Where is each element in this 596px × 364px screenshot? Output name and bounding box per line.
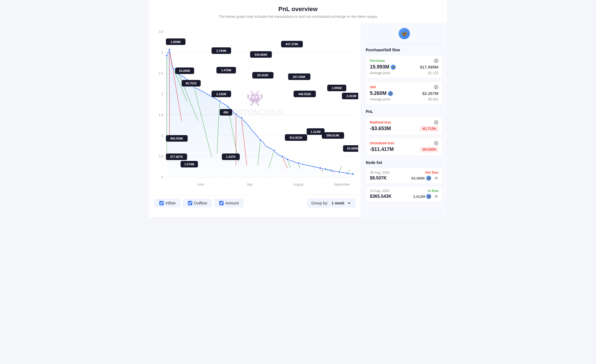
node-item-1: 28 Aug, 2024 Out flow $8.507K 63.585K 🦋 … <box>366 168 443 184</box>
outflow-label: Outflow <box>194 201 207 205</box>
svg-text:377.657K: 377.657K <box>170 155 183 159</box>
svg-point-59 <box>325 168 327 171</box>
chart-container: 3.5 3 2.5 2 1.5 1 0.5 0 June July August… <box>152 23 358 195</box>
svg-text:1.475M: 1.475M <box>221 69 231 72</box>
svg-point-57 <box>297 162 300 165</box>
realized-amount: -$3.653M <box>370 126 391 132</box>
realized-label: Realized loss <box>370 120 391 124</box>
sell-main-row: 5.260M 🦋 $2.267M <box>370 90 438 96</box>
svg-text:September: September <box>334 182 350 186</box>
outflow-checkbox[interactable] <box>188 201 192 205</box>
amount-checkbox[interactable] <box>219 201 224 205</box>
node-2-usd: $365.543K <box>370 194 392 199</box>
node-1-bottom-row: $8.507K 63.585K 🦋 👁️ <box>370 176 438 181</box>
node-1-token-icon: 🦋 <box>426 176 431 181</box>
purchase-help-icon[interactable]: ? <box>434 59 438 63</box>
svg-point-54 <box>273 149 275 152</box>
realized-help-icon[interactable]: ? <box>434 120 438 125</box>
unrealized-loss-card: Unrealized loss ? -$11.417M -94.530% <box>366 137 443 156</box>
right-panel: 🦋 Purchase/Sell flow Purchase ? 15.993M … <box>361 23 447 217</box>
svg-point-61 <box>338 171 340 173</box>
svg-text:45K: 45K <box>223 111 229 114</box>
node-1-token-row: 63.585K 🦋 👁️ <box>411 176 438 181</box>
svg-text:2.809M: 2.809M <box>171 40 181 44</box>
node-2-flow-type: In flow <box>428 189 438 193</box>
svg-text:3: 3 <box>161 51 163 55</box>
svg-text:20.416K: 20.416K <box>257 74 269 77</box>
svg-point-56 <box>287 158 289 161</box>
unrealized-badge: -94.530% <box>420 147 438 152</box>
chart-area: 3.5 3 2.5 2 1.5 1 0.5 0 June July August… <box>149 23 361 211</box>
group-by-select[interactable]: 1 week 1 day 1 month <box>330 201 351 206</box>
realized-label-row: Realized loss ? <box>370 120 438 125</box>
svg-text:2.412M: 2.412M <box>347 94 357 98</box>
svg-text:1.574M: 1.574M <box>184 163 194 166</box>
svg-text:1.995M: 1.995M <box>332 86 342 90</box>
svg-text:599.614K: 599.614K <box>327 134 340 137</box>
sell-avg-label: Average price <box>370 97 390 101</box>
legend-outflow[interactable]: Outflow <box>183 199 212 207</box>
sell-label-row: Sell ? <box>370 85 438 89</box>
svg-point-53 <box>259 139 262 141</box>
realized-loss-card: Realized loss ? -$3.653M -61.713% <box>366 117 443 135</box>
realized-badge: -61.713% <box>420 126 438 132</box>
node-item-2: 13 Aug, 2024 In flow $365.543K 2.412M 🦋 … <box>366 186 443 202</box>
svg-text:July: July <box>247 182 253 186</box>
node-list: 28 Aug, 2024 Out flow $8.507K 63.585K 🦋 … <box>366 168 443 202</box>
purchase-token-icon: 🦋 <box>391 65 396 70</box>
svg-text:3.5: 3.5 <box>159 30 163 34</box>
unrealized-label-row: Unrealized loss ? <box>370 141 438 145</box>
amount-label: Amount <box>225 201 239 205</box>
node-2-token-amount: 2.412M <box>413 194 425 199</box>
svg-text:892.559K: 892.559K <box>170 137 183 140</box>
svg-text:August: August <box>293 182 304 186</box>
svg-text:2.242M: 2.242M <box>216 92 226 96</box>
sell-help-icon[interactable]: ? <box>434 85 438 89</box>
node-1-top-row: 28 Aug, 2024 Out flow <box>370 171 438 175</box>
svg-text:207.506K: 207.506K <box>293 75 306 79</box>
purchase-main-row: 15.993M 🦋 $17.998M <box>370 64 438 70</box>
inflow-checkbox[interactable] <box>159 201 164 205</box>
sell-label: Sell <box>370 85 376 89</box>
sell-amount: 5.260M 🦋 <box>370 90 393 96</box>
svg-point-62 <box>346 172 348 175</box>
svg-text:1: 1 <box>161 134 163 138</box>
purchase-avg-row: Average price $1.125 <box>370 71 438 75</box>
svg-point-50 <box>227 105 229 108</box>
svg-text:448.552K: 448.552K <box>298 92 311 96</box>
node-1-flow-type: Out flow <box>425 171 438 175</box>
purchase-avg-value: $1.125 <box>428 71 438 75</box>
node-2-date: 13 Aug, 2024 <box>370 189 390 193</box>
svg-text:👾: 👾 <box>246 89 263 107</box>
node-2-eye-icon[interactable]: 👁️ <box>434 194 438 199</box>
svg-text:63.585K: 63.585K <box>347 147 358 150</box>
svg-point-60 <box>330 169 332 172</box>
sell-avg-value: $0.431 <box>428 97 438 101</box>
pnl-title: PnL <box>366 108 443 114</box>
legend-bar: Inflow Outflow Amount Group by: 1 week 1… <box>152 195 358 211</box>
svg-text:539.694K: 539.694K <box>254 53 267 56</box>
legend-amount[interactable]: Amount <box>214 199 243 207</box>
svg-text:1.437K: 1.437K <box>226 155 236 159</box>
svg-point-44 <box>168 49 171 51</box>
pnl-section: Realized loss ? -$3.653M -61.713% Unreal… <box>366 117 443 156</box>
legend-inflow[interactable]: Inflow <box>155 199 180 207</box>
svg-point-55 <box>281 155 283 158</box>
unrealized-help-icon[interactable]: ? <box>434 141 438 145</box>
sell-token-icon: 🦋 <box>388 91 393 96</box>
node-1-eye-icon[interactable]: 👁️ <box>434 176 438 180</box>
node-1-token-amount: 63.585K <box>411 176 425 180</box>
svg-text:447.279K: 447.279K <box>286 42 299 46</box>
purchase-avg-label: Average price <box>370 71 390 75</box>
svg-text:46.751K: 46.751K <box>186 82 197 85</box>
node-2-token-row: 2.412M 🦋 👁️ <box>413 194 438 199</box>
svg-point-58 <box>319 167 321 169</box>
svg-point-43 <box>166 54 168 57</box>
svg-point-45 <box>172 68 175 70</box>
node-1-date: 28 Aug, 2024 <box>370 171 390 175</box>
svg-text:34.266K: 34.266K <box>179 69 191 73</box>
svg-text:2: 2 <box>161 92 163 96</box>
group-by-selector[interactable]: Group by: 1 week 1 day 1 month <box>307 199 355 208</box>
node-2-bottom-row: $365.543K 2.412M 🦋 👁️ <box>370 194 438 199</box>
sell-usd: $2.267M <box>422 91 438 96</box>
